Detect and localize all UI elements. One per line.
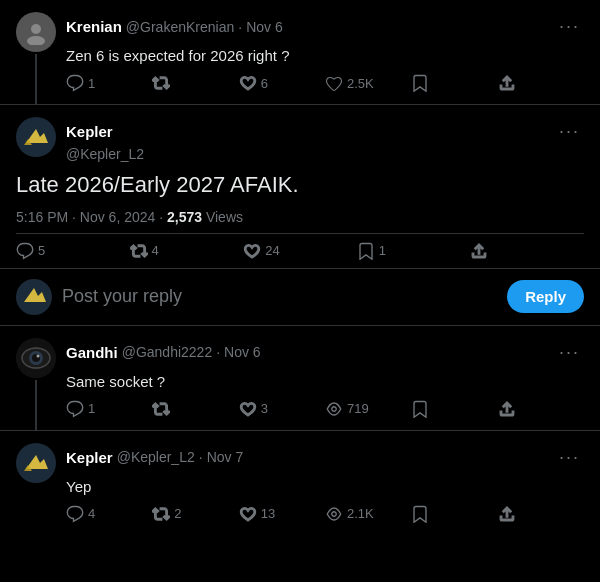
more-button-gandhi[interactable]: ···	[555, 338, 584, 367]
bookmark-action-kepler-main[interactable]: 1	[357, 242, 471, 260]
reply-action-krenian[interactable]: 1	[66, 74, 152, 92]
retweet-action-gandhi[interactable]	[152, 400, 238, 418]
handle-kepler-reply: @Kepler_L2	[117, 449, 195, 465]
kepler-main-text: Late 2026/Early 2027 AFAIK.	[16, 170, 584, 201]
reply-input-placeholder[interactable]: Post your reply	[62, 286, 497, 307]
svg-point-1	[27, 36, 45, 45]
like-count-krenian: 6	[261, 76, 268, 91]
retweet-action-kepler-main[interactable]: 4	[130, 242, 244, 260]
tweet-kepler-reply-meta: Kepler @Kepler_L2 · Nov 7	[66, 449, 243, 466]
like-count-gandhi: 3	[261, 401, 268, 416]
username-krenian[interactable]: Krenian	[66, 18, 122, 35]
share-action-kepler-reply[interactable]	[498, 505, 584, 523]
retweet-action-kepler-reply[interactable]: 2	[152, 505, 238, 523]
avatar-reply	[16, 279, 52, 315]
reply-box: Post your reply Reply	[0, 269, 600, 326]
reply-button[interactable]: Reply	[507, 280, 584, 313]
more-button-kepler-main[interactable]: ···	[555, 117, 584, 146]
retweet-action-krenian[interactable]	[152, 74, 238, 92]
avatar-gandhi[interactable]	[16, 338, 56, 378]
views-action-krenian[interactable]: 2.5K	[325, 74, 411, 92]
share-action-gandhi[interactable]	[498, 400, 584, 418]
reply-count-kepler-main: 5	[38, 243, 45, 258]
tweet-actions-krenian: 1 6 2.5K	[66, 66, 584, 104]
handle-kepler-main: @Kepler_L2	[66, 146, 584, 162]
bookmark-action-gandhi[interactable]	[411, 400, 497, 418]
tweet-actions-gandhi: 1 3 719	[66, 392, 584, 430]
more-button-krenian[interactable]: ···	[555, 12, 584, 41]
views-action-kepler-reply[interactable]: 2.1K	[325, 505, 411, 523]
share-action-krenian[interactable]	[498, 74, 584, 92]
tweet-kepler-reply-content: Kepler @Kepler_L2 · Nov 7 ··· Yep 4 2	[66, 443, 584, 535]
username-kepler-main[interactable]: Kepler	[66, 123, 113, 140]
like-count-kepler-main: 24	[265, 243, 279, 258]
like-action-kepler-reply[interactable]: 13	[239, 505, 325, 523]
bookmark-action-krenian[interactable]	[411, 74, 497, 92]
retweet-count-kepler-reply: 2	[174, 506, 181, 521]
tweet-text-gandhi: Same socket ?	[66, 371, 584, 392]
tweet-krenian: Krenian @GrakenKrenian · Nov 6 ··· Zen 6…	[0, 0, 600, 105]
like-count-kepler-reply: 13	[261, 506, 275, 521]
reply-count-gandhi: 1	[88, 401, 95, 416]
avatar-kepler-reply[interactable]	[16, 443, 56, 483]
more-button-kepler-reply[interactable]: ···	[555, 443, 584, 472]
tweet-kepler-main: Kepler ··· @Kepler_L2 Late 2026/Early 20…	[0, 105, 600, 269]
like-action-krenian[interactable]: 6	[239, 74, 325, 92]
handle-krenian: @GrakenKrenian	[126, 19, 234, 35]
date-kepler-reply: Nov 7	[207, 449, 244, 465]
reply-count-krenian: 1	[88, 76, 95, 91]
avatar-krenian[interactable]	[16, 12, 56, 52]
svg-point-12	[332, 512, 337, 517]
bookmark-action-kepler-reply[interactable]	[411, 505, 497, 523]
reply-count-kepler-reply: 4	[88, 506, 95, 521]
like-action-kepler-main[interactable]: 24	[243, 242, 357, 260]
tweet-gandhi-meta: Gandhi @Gandhi2222 · Nov 6	[66, 344, 261, 361]
svg-point-8	[37, 354, 40, 357]
date-gandhi: Nov 6	[224, 344, 261, 360]
tweet-text-krenian: Zen 6 is expected for 2026 right ?	[66, 45, 584, 66]
views-action-gandhi[interactable]: 719	[325, 400, 411, 418]
reply-action-kepler-reply[interactable]: 4	[66, 505, 152, 523]
svg-point-10	[332, 407, 337, 412]
tweet-gandhi: Gandhi @Gandhi2222 · Nov 6 ··· Same sock…	[0, 326, 600, 431]
views-count-gandhi: 719	[347, 401, 369, 416]
views-count-krenian: 2.5K	[347, 76, 374, 91]
reply-action-gandhi[interactable]: 1	[66, 400, 152, 418]
date-krenian: Nov 6	[246, 19, 283, 35]
username-gandhi[interactable]: Gandhi	[66, 344, 118, 361]
tweet-actions-kepler-reply: 4 2 13 2.1K	[66, 497, 584, 535]
avatar-col-krenian	[16, 12, 56, 104]
tweet-gandhi-content: Gandhi @Gandhi2222 · Nov 6 ··· Same sock…	[66, 338, 584, 430]
share-action-kepler-main[interactable]	[470, 242, 584, 260]
avatar-kepler-main[interactable]	[16, 117, 56, 157]
tweet-krenian-content: Krenian @GrakenKrenian · Nov 6 ··· Zen 6…	[66, 12, 584, 104]
avatar-col-gandhi	[16, 338, 56, 430]
views-count-kepler-reply: 2.1K	[347, 506, 374, 521]
bookmark-count-kepler-main: 1	[379, 243, 386, 258]
tweet-text-kepler-reply: Yep	[66, 476, 584, 497]
like-action-gandhi[interactable]: 3	[239, 400, 325, 418]
svg-point-0	[31, 24, 41, 34]
kepler-main-timestamp: 5:16 PM · Nov 6, 2024 · 2,573 Views	[16, 209, 584, 225]
username-kepler-reply[interactable]: Kepler	[66, 449, 113, 466]
kepler-main-actions: 5 4 24 1	[16, 233, 584, 268]
reply-action-kepler-main[interactable]: 5	[16, 242, 130, 260]
handle-gandhi: @Gandhi2222	[122, 344, 213, 360]
tweet-krenian-meta: Krenian @GrakenKrenian · Nov 6	[66, 18, 283, 35]
retweet-count-kepler-main: 4	[152, 243, 159, 258]
tweet-kepler-reply: Kepler @Kepler_L2 · Nov 7 ··· Yep 4 2	[0, 431, 600, 535]
